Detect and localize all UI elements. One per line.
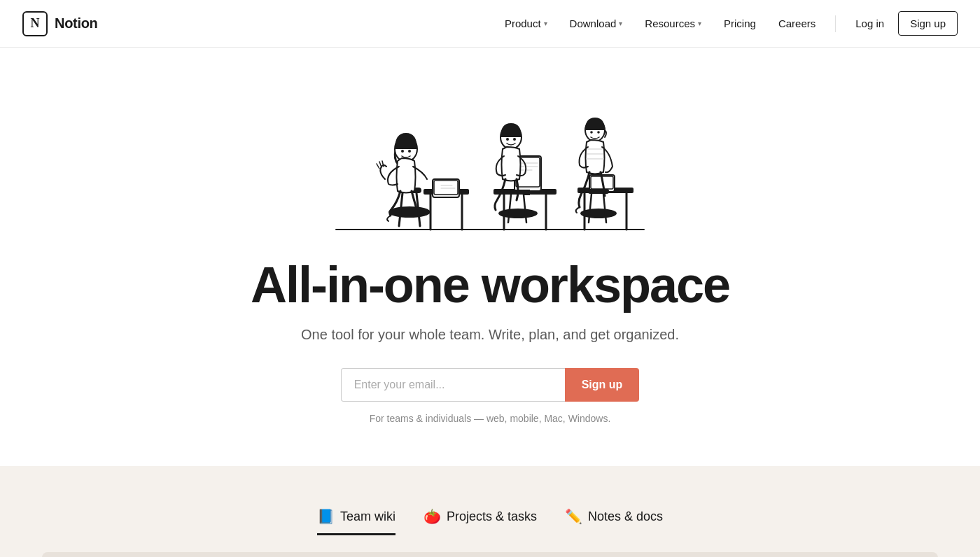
svg-line-30 <box>524 195 526 223</box>
hero-illustration <box>294 76 686 244</box>
svg-rect-9 <box>434 181 458 195</box>
projects-tasks-icon: 🍅 <box>424 508 441 525</box>
tab-projects-tasks[interactable]: 🍅 Projects & tasks <box>424 508 537 535</box>
svg-point-32 <box>506 138 509 141</box>
login-link[interactable]: Log in <box>847 12 892 35</box>
svg-point-44 <box>590 131 593 134</box>
nav-divider <box>835 15 836 32</box>
tab-notes-docs[interactable]: ✏️ Notes & docs <box>565 508 663 535</box>
features-content <box>42 552 938 557</box>
email-input[interactable] <box>341 368 565 402</box>
svg-point-45 <box>597 131 600 134</box>
nav-product[interactable]: Product ▾ <box>496 12 556 35</box>
tab-team-wiki-label: Team wiki <box>340 509 396 524</box>
hero-cta-form: Sign up <box>341 368 640 402</box>
logo-link[interactable]: N Notion <box>22 11 98 36</box>
navbar: N Notion Product ▾ Download ▾ Resources … <box>0 0 980 48</box>
tab-team-wiki[interactable]: 📘 Team wiki <box>317 508 396 535</box>
notes-docs-icon: ✏️ <box>565 508 582 525</box>
chevron-down-icon: ▾ <box>698 20 701 27</box>
svg-point-1 <box>388 206 430 218</box>
nav-resources[interactable]: Resources ▾ <box>636 12 710 35</box>
signup-button[interactable]: Sign up <box>565 368 640 402</box>
hero-section: All-in-one workspace One tool for your w… <box>0 48 980 466</box>
features-tabs: 📘 Team wiki 🍅 Projects & tasks ✏️ Notes … <box>0 508 980 552</box>
features-section: 📘 Team wiki 🍅 Projects & tasks ✏️ Notes … <box>0 466 980 557</box>
team-wiki-icon: 📘 <box>317 508 335 525</box>
svg-line-41 <box>589 194 592 223</box>
svg-point-27 <box>498 209 538 218</box>
nav-download[interactable]: Download ▾ <box>561 12 631 35</box>
svg-line-16 <box>379 162 382 167</box>
chevron-down-icon: ▾ <box>619 20 622 27</box>
signup-link[interactable]: Sign up <box>898 11 958 36</box>
tab-projects-tasks-label: Projects & tasks <box>447 509 537 524</box>
svg-point-13 <box>401 150 404 153</box>
hero-subtitle: One tool for your whole team. Write, pla… <box>301 327 679 343</box>
chevron-down-icon: ▾ <box>544 20 547 27</box>
svg-point-39 <box>580 209 617 218</box>
logo-icon: N <box>22 11 48 36</box>
nav-pricing[interactable]: Pricing <box>715 12 764 35</box>
hero-platforms-note: For teams & individuals — web, mobile, M… <box>370 413 611 424</box>
svg-point-33 <box>513 138 516 141</box>
nav-links: Product ▾ Download ▾ Resources ▾ Pricing… <box>496 11 958 36</box>
nav-careers[interactable]: Careers <box>770 12 824 35</box>
svg-point-14 <box>408 150 411 153</box>
svg-line-42 <box>603 194 606 223</box>
svg-line-15 <box>377 164 379 169</box>
hero-title: All-in-one workspace <box>251 258 729 313</box>
brand-name: Notion <box>55 15 98 31</box>
svg-line-29 <box>508 195 511 223</box>
tab-notes-docs-label: Notes & docs <box>588 509 663 524</box>
